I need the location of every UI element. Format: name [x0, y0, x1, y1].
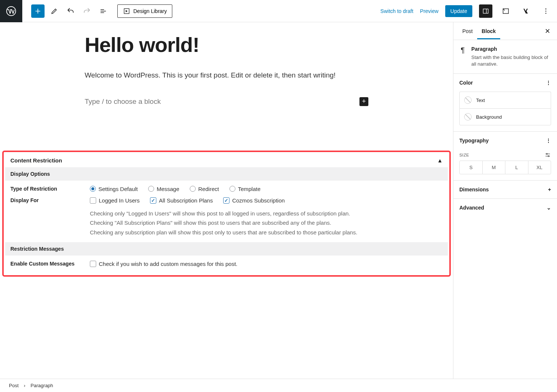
post-paragraph[interactable]: Welcome to WordPress. This is your first…	[85, 70, 368, 81]
tab-block[interactable]: Block	[477, 23, 500, 39]
breadcrumb-post[interactable]: Post	[9, 383, 19, 388]
option-label: Message	[157, 186, 179, 192]
display-options-section: Display Options	[5, 167, 448, 181]
display-for-option[interactable]: All Subscription Plans	[150, 197, 213, 204]
document-overview-button[interactable]	[97, 4, 110, 18]
color-setting-text[interactable]: Text	[459, 92, 551, 108]
tab-post[interactable]: Post	[458, 23, 477, 39]
content-restriction-highlight: Content Restriction ▲ Display Options Ty…	[2, 151, 451, 277]
typography-panel-toggle[interactable]: Typography ⋮	[453, 132, 557, 149]
block-description: Start with the basic building block of a…	[471, 54, 551, 67]
font-size-m[interactable]: M	[483, 161, 506, 174]
more-options-button[interactable]	[539, 4, 553, 18]
chevron-right-icon: ›	[24, 383, 25, 388]
post-title[interactable]: Hello world!	[85, 33, 368, 57]
wordpress-logo[interactable]	[0, 0, 22, 22]
block-name: Paragraph	[471, 46, 551, 52]
content-restriction-metabox: Content Restriction ▲ Display Options Ty…	[5, 154, 448, 274]
add-block-button[interactable]	[31, 4, 45, 18]
custom-messages-label: Enable Custom Messages	[10, 261, 90, 267]
restriction-messages-section: Restriction Messages	[5, 242, 448, 256]
option-label: Cozmos Subscription	[232, 197, 285, 204]
settings-sidebar: PostBlock✕ ¶ Paragraph Start with the ba…	[453, 22, 557, 379]
help-text: Checking "All Subscription Plans" will s…	[90, 218, 443, 228]
block-appender-placeholder[interactable]: Type / to choose a block	[85, 98, 161, 106]
metabox-title: Content Restriction	[10, 157, 62, 164]
restriction-type-option[interactable]: Template	[229, 186, 261, 192]
panel-more-icon[interactable]: ⋮	[546, 80, 551, 86]
size-settings-icon[interactable]	[544, 152, 551, 158]
redo-button[interactable]	[80, 4, 94, 18]
metabox-header[interactable]: Content Restriction ▲	[5, 154, 448, 167]
color-swatch-icon	[464, 96, 472, 104]
sidebar-toggle-button[interactable]	[479, 4, 492, 18]
restriction-type-option[interactable]: Message	[148, 186, 179, 192]
color-panel-title: Color	[459, 80, 473, 86]
checkbox-icon	[90, 197, 96, 204]
option-label: Settings Default	[98, 186, 138, 192]
design-library-button[interactable]: Design Library	[117, 4, 172, 18]
restriction-type-label: Type of Restriction	[10, 186, 90, 192]
chevron-down-icon[interactable]: ⌄	[547, 205, 551, 211]
radio-icon	[229, 186, 235, 192]
custom-messages-checkbox[interactable]: Check if you wish to add custom messages…	[90, 261, 443, 267]
svg-point-6	[545, 13, 547, 14]
breadcrumb: Post › Paragraph	[0, 379, 557, 392]
help-text: Checking only "Logged In Users" will sho…	[90, 209, 443, 218]
size-label: Size	[459, 153, 469, 157]
option-label: All Subscription Plans	[159, 197, 213, 204]
checkbox-icon	[90, 261, 96, 267]
option-label: Logged In Users	[99, 197, 140, 204]
display-for-option[interactable]: Cozmos Subscription	[223, 197, 285, 204]
paragraph-block-icon: ¶	[459, 46, 466, 67]
advanced-panel-toggle[interactable]: Advanced ⌄	[453, 199, 557, 217]
color-swatch-icon	[464, 113, 472, 121]
color-panel-toggle[interactable]: Color ⋮	[453, 74, 557, 92]
restriction-type-option[interactable]: Settings Default	[90, 186, 138, 192]
tablet-preview-button[interactable]	[499, 4, 512, 18]
metabox-collapse-icon[interactable]: ▲	[437, 157, 443, 164]
inline-add-block-button[interactable]: +	[359, 97, 368, 106]
update-button[interactable]: Update	[445, 5, 472, 17]
svg-rect-2	[483, 9, 488, 13]
svg-point-7	[546, 154, 547, 155]
plus-icon[interactable]: +	[548, 187, 551, 192]
switch-to-draft-button[interactable]: Switch to draft	[380, 8, 413, 14]
dimensions-panel-toggle[interactable]: Dimensions +	[453, 181, 557, 198]
svg-point-4	[545, 8, 547, 9]
preview-button[interactable]: Preview	[420, 8, 439, 14]
dimensions-panel-title: Dimensions	[459, 187, 489, 192]
option-label: Redirect	[198, 186, 219, 192]
display-for-option[interactable]: Logged In Users	[90, 197, 140, 204]
svg-point-5	[545, 10, 547, 11]
breadcrumb-block[interactable]: Paragraph	[30, 383, 53, 388]
help-text: Checking any subscription plan will show…	[90, 228, 443, 237]
radio-icon	[190, 186, 196, 192]
panel-more-icon[interactable]: ⋮	[546, 138, 551, 144]
display-for-label: Display For	[10, 197, 90, 203]
option-label: Template	[238, 186, 261, 192]
edit-icon[interactable]	[48, 4, 61, 18]
color-setting-background[interactable]: Background	[459, 108, 551, 125]
editor-toolbar: Design Library Switch to draft Preview U…	[0, 0, 557, 22]
restriction-type-option[interactable]: Redirect	[190, 186, 219, 192]
radio-icon	[148, 186, 154, 192]
undo-button[interactable]	[64, 4, 77, 18]
radio-icon	[90, 186, 96, 192]
color-label: Text	[476, 98, 485, 103]
kadence-icon[interactable]	[519, 4, 532, 18]
svg-point-8	[548, 156, 549, 157]
checkbox-icon	[223, 197, 229, 204]
advanced-panel-title: Advanced	[459, 205, 484, 211]
font-size-xl[interactable]: XL	[528, 161, 551, 174]
typography-panel-title: Typography	[459, 138, 489, 144]
font-size-s[interactable]: S	[460, 161, 483, 174]
design-library-label: Design Library	[133, 8, 167, 14]
checkbox-icon	[150, 197, 156, 204]
sidebar-close-button[interactable]: ✕	[543, 25, 553, 37]
color-label: Background	[476, 114, 502, 120]
custom-messages-text: Check if you wish to add custom messages…	[99, 261, 238, 267]
font-size-l[interactable]: L	[505, 161, 528, 174]
